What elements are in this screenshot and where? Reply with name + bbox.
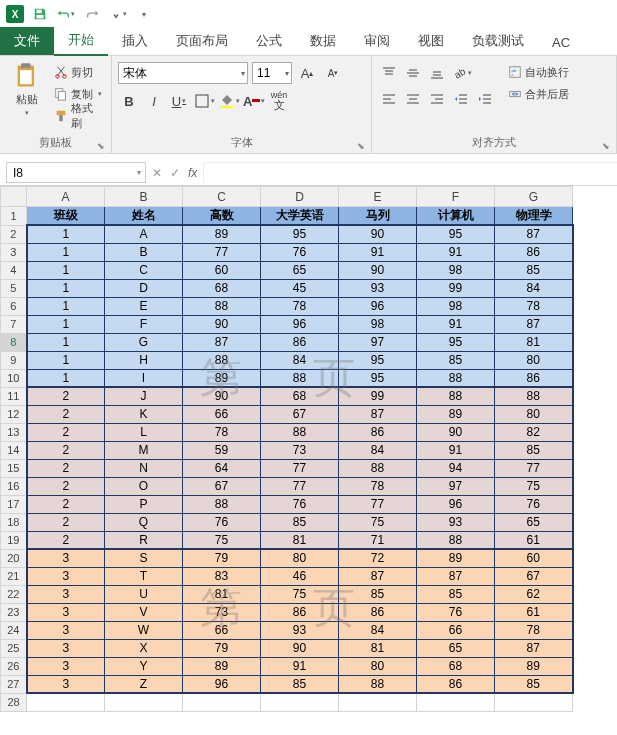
cell[interactable]: 99 <box>339 387 417 405</box>
cell[interactable]: 91 <box>417 441 495 459</box>
cell[interactable]: 1 <box>27 369 105 387</box>
row-header-14[interactable]: 14 <box>1 441 27 459</box>
cell[interactable]: 86 <box>261 603 339 621</box>
cell[interactable]: 65 <box>261 261 339 279</box>
cell[interactable]: F <box>105 315 183 333</box>
cell[interactable]: 87 <box>339 567 417 585</box>
cell[interactable]: 98 <box>339 315 417 333</box>
cell[interactable]: 76 <box>261 495 339 513</box>
col-header-C[interactable]: C <box>183 187 261 207</box>
col-header-E[interactable]: E <box>339 187 417 207</box>
cell[interactable] <box>27 693 105 711</box>
cell[interactable]: 79 <box>183 549 261 567</box>
cell[interactable]: 88 <box>339 675 417 693</box>
cell[interactable]: 66 <box>417 621 495 639</box>
row-header-9[interactable]: 9 <box>1 351 27 369</box>
table-header-cell[interactable]: 高数 <box>183 207 261 226</box>
cell[interactable]: 86 <box>417 675 495 693</box>
cell[interactable]: 60 <box>183 261 261 279</box>
cell[interactable] <box>339 693 417 711</box>
cell[interactable]: 93 <box>339 279 417 297</box>
cell[interactable]: 1 <box>27 261 105 279</box>
cell[interactable]: 91 <box>261 657 339 675</box>
cell[interactable]: 75 <box>261 585 339 603</box>
cell[interactable]: 66 <box>183 621 261 639</box>
cell[interactable]: 86 <box>339 603 417 621</box>
cell[interactable]: 3 <box>27 639 105 657</box>
cell[interactable]: 72 <box>339 549 417 567</box>
cell[interactable]: 84 <box>339 621 417 639</box>
cell[interactable]: N <box>105 459 183 477</box>
col-header-A[interactable]: A <box>27 187 105 207</box>
cell[interactable]: 84 <box>261 351 339 369</box>
cell[interactable]: 85 <box>261 513 339 531</box>
row-header-24[interactable]: 24 <box>1 621 27 639</box>
cell[interactable]: 2 <box>27 441 105 459</box>
cell[interactable]: 85 <box>261 675 339 693</box>
cell[interactable]: T <box>105 567 183 585</box>
cell[interactable]: 1 <box>27 225 105 243</box>
cell[interactable]: 2 <box>27 459 105 477</box>
select-all-corner[interactable] <box>1 187 27 207</box>
cell[interactable]: O <box>105 477 183 495</box>
cell[interactable]: 93 <box>261 621 339 639</box>
cell[interactable]: 3 <box>27 585 105 603</box>
row-header-7[interactable]: 7 <box>1 315 27 333</box>
cell[interactable]: 99 <box>417 279 495 297</box>
cell[interactable]: 65 <box>495 513 573 531</box>
cell[interactable]: 88 <box>495 387 573 405</box>
row-header-28[interactable]: 28 <box>1 693 27 711</box>
cell[interactable] <box>495 693 573 711</box>
table-header-cell[interactable]: 姓名 <box>105 207 183 226</box>
cell[interactable]: 95 <box>417 225 495 243</box>
table-header-cell[interactable]: 计算机 <box>417 207 495 226</box>
row-header-15[interactable]: 15 <box>1 459 27 477</box>
cell[interactable]: 80 <box>495 405 573 423</box>
cell[interactable]: 89 <box>183 225 261 243</box>
row-header-19[interactable]: 19 <box>1 531 27 549</box>
cell[interactable]: 2 <box>27 405 105 423</box>
cell[interactable]: K <box>105 405 183 423</box>
cell[interactable]: 46 <box>261 567 339 585</box>
clipboard-launcher[interactable]: ⬊ <box>97 141 105 151</box>
col-header-F[interactable]: F <box>417 187 495 207</box>
cell[interactable]: S <box>105 549 183 567</box>
cell[interactable]: C <box>105 261 183 279</box>
cell[interactable]: L <box>105 423 183 441</box>
cell[interactable]: 1 <box>27 297 105 315</box>
cell[interactable]: 87 <box>495 315 573 333</box>
cell[interactable]: 88 <box>417 369 495 387</box>
cell[interactable]: 77 <box>495 459 573 477</box>
cell[interactable]: 1 <box>27 243 105 261</box>
cell[interactable]: 86 <box>495 369 573 387</box>
cell[interactable]: R <box>105 531 183 549</box>
cell[interactable]: 90 <box>183 387 261 405</box>
cell[interactable]: 68 <box>183 279 261 297</box>
cell[interactable]: 96 <box>339 297 417 315</box>
cell[interactable]: 81 <box>261 531 339 549</box>
cell[interactable]: 78 <box>339 477 417 495</box>
cell[interactable]: 91 <box>339 243 417 261</box>
align-launcher[interactable]: ⬊ <box>602 141 610 151</box>
cell[interactable]: 87 <box>417 567 495 585</box>
row-header-11[interactable]: 11 <box>1 387 27 405</box>
row-header-13[interactable]: 13 <box>1 423 27 441</box>
cell[interactable]: 89 <box>417 549 495 567</box>
cell[interactable]: W <box>105 621 183 639</box>
cell[interactable]: 3 <box>27 603 105 621</box>
cell[interactable]: 77 <box>261 459 339 477</box>
cell[interactable]: 85 <box>339 585 417 603</box>
cell[interactable]: 75 <box>495 477 573 495</box>
cell[interactable]: 71 <box>339 531 417 549</box>
cell[interactable]: 78 <box>183 423 261 441</box>
cell[interactable]: D <box>105 279 183 297</box>
cell[interactable]: 80 <box>495 351 573 369</box>
cell[interactable]: 90 <box>339 261 417 279</box>
cell[interactable]: 94 <box>417 459 495 477</box>
row-header-1[interactable]: 1 <box>1 207 27 226</box>
cell[interactable]: 90 <box>183 315 261 333</box>
row-header-27[interactable]: 27 <box>1 675 27 693</box>
cell[interactable]: 2 <box>27 513 105 531</box>
cell[interactable]: 75 <box>183 531 261 549</box>
cell[interactable]: 96 <box>261 315 339 333</box>
